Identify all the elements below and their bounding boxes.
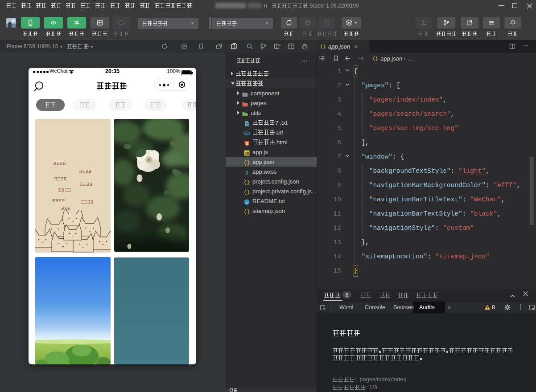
svg-text:JS: JS	[245, 151, 249, 155]
svg-text:3: 3	[246, 170, 248, 175]
